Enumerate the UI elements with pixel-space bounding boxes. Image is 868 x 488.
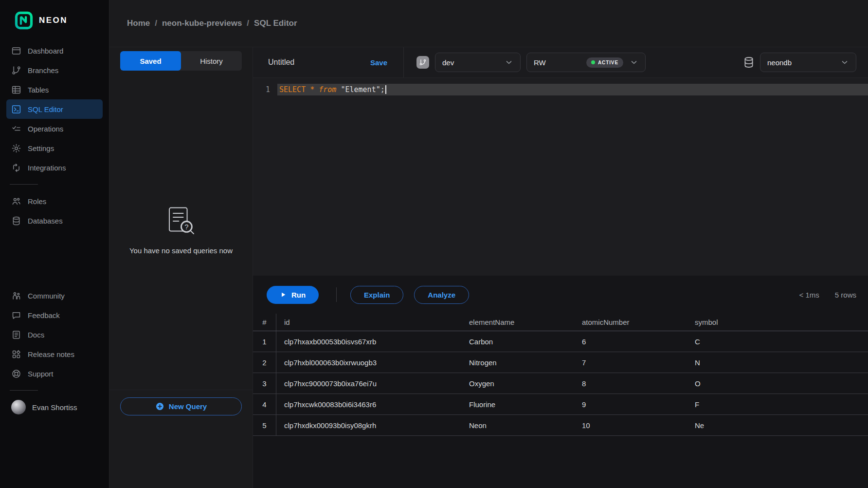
editor-header: Untitled Save d [253,47,868,78]
run-button[interactable]: Run [267,286,319,304]
sidebar-item-operations[interactable]: Operations [6,119,103,138]
save-button[interactable]: Save [370,58,387,67]
saved-queries-panel: SavedHistory ? You have no saved queries… [109,47,253,488]
code-token: "Element" [341,85,380,94]
no-saved-queries-icon: ? [165,206,197,237]
sidebar-item-docs[interactable]: Docs [6,325,103,344]
status-dot [591,60,595,64]
line-number: 1 [253,84,277,95]
user-name: Evan Shortiss [32,403,77,412]
tab-saved[interactable]: Saved [120,51,181,71]
explain-button[interactable]: Explain [350,286,403,304]
text-cursor [385,85,386,94]
code-token: SELECT [279,85,306,94]
column-header-id: id [276,318,461,326]
sidebar-item-label: Tables [28,86,49,94]
status-badge-label: ACTIVE [598,60,618,65]
content-row: SavedHistory ? You have no saved queries… [109,47,868,488]
user-profile[interactable]: Evan Shortiss [0,397,109,417]
database-select[interactable]: neondb [760,53,856,72]
code-token: * [310,85,314,94]
editor-pane: Untitled Save d [253,47,868,488]
table-cell: Oxygen [461,379,574,388]
results-table: #idelementNameatomicNumbersymbol1clp7hxa… [253,314,868,436]
empty-state: ? You have no saved queries now [109,71,253,390]
code-token: ; [380,85,385,94]
tab-history[interactable]: History [181,51,242,71]
query-duration: < 1ms [799,291,819,299]
table-cell: 7 [574,358,687,367]
sidebar-divider [10,390,38,391]
app-root: NEON Dashboard Branches Tables SQL Edito… [0,0,868,488]
sidebar-item-label: SQL Editor [28,105,63,113]
sidebar-divider [10,184,38,185]
branches-icon [11,65,21,75]
breadcrumb-item-home[interactable]: Home [127,19,150,28]
breadcrumb-separator: / [155,19,157,28]
sidebar-item-community[interactable]: Community [6,286,103,305]
databases-icon [11,216,21,226]
compute-select[interactable]: RW ACTIVE [526,53,646,72]
sidebar-item-settings[interactable]: Settings [6,138,103,158]
dashboard-icon [11,46,21,56]
sidebar-spacer [0,230,109,286]
table-cell: clp7hxbl000063b0ixrwuogb3 [276,358,461,367]
docs-icon [11,330,21,340]
breadcrumb-item-neon-kube-previews[interactable]: neon-kube-previews [162,19,242,28]
support-icon [11,369,21,379]
new-query-label: New Query [169,402,207,411]
query-stats: < 1ms 5 rows [799,291,856,299]
new-query-button[interactable]: New Query [120,397,242,415]
editor-header-controls: dev RW ACTIVE [404,47,868,77]
database-select-value: neondb [767,58,792,67]
community-icon [11,291,21,301]
table-cell: 9 [574,400,687,409]
table-cell: 3 [253,373,276,394]
column-header-atomicnumber: atomicNumber [574,318,687,326]
release-notes-icon [11,349,21,359]
sql-editor-surface[interactable]: 1 SELECT * from "Element"; [253,78,868,276]
sidebar-item-integrations[interactable]: Integrations [6,158,103,177]
sidebar-item-tables[interactable]: Tables [6,80,103,99]
sidebar-item-label: Operations [28,125,63,133]
chevron-down-icon [840,58,849,67]
sidebar-item-label: Settings [28,144,54,152]
query-tabs: SavedHistory [120,51,242,71]
roles-icon [11,196,21,206]
sidebar-item-release-notes[interactable]: Release notes [6,344,103,364]
table-cell: F [687,400,868,409]
chevron-down-icon [630,58,638,67]
table-row: 3clp7hxc9000073b0ixa76ei7uOxygen8O [253,373,868,394]
column-header-elementname: elementName [461,318,574,326]
sql-editor-icon [11,104,21,114]
sidebar-item-feedback[interactable]: Feedback [6,305,103,325]
sidebar-nav-secondary: Roles Databases [0,191,109,230]
sidebar-item-roles[interactable]: Roles [6,191,103,211]
compute-select-value: RW [534,58,546,67]
analyze-button[interactable]: Analyze [414,286,469,304]
query-title-box: Untitled Save [253,47,404,77]
table-cell: Fluorine [461,400,574,409]
query-row-count: 5 rows [835,291,856,299]
sidebar-item-label: Databases [28,217,63,225]
empty-state-text: You have no saved queries now [129,246,233,255]
sidebar-item-support[interactable]: Support [6,364,103,383]
sidebar-item-label: Community [28,292,65,300]
table-cell: 1 [253,331,276,352]
database-group: neondb [742,53,856,72]
operations-icon [11,124,21,134]
sidebar-item-branches[interactable]: Branches [6,60,103,80]
tables-icon [11,85,21,95]
plus-circle-icon [155,402,164,411]
sidebar-item-sql-editor[interactable]: SQL Editor [6,99,103,119]
results-section: Run Explain Analyze < 1ms 5 rows #idelem… [253,276,868,488]
sidebar-item-label: Support [28,370,54,378]
branch-select[interactable]: dev [435,53,521,72]
sidebar-item-databases[interactable]: Databases [6,211,103,230]
table-cell: 10 [574,421,687,430]
table-cell: C [687,338,868,346]
neon-logo[interactable]: NEON [0,0,109,41]
table-row: 2clp7hxbl000063b0ixrwuogb3Nitrogen7N [253,352,868,373]
sidebar-item-dashboard[interactable]: Dashboard [6,41,103,60]
database-icon [742,56,755,69]
